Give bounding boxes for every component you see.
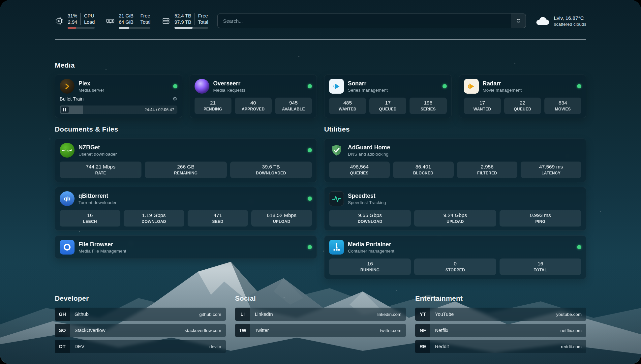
qbittorrent-icon: qb bbox=[60, 191, 75, 206]
bookmark-url: linkedin.com bbox=[377, 312, 401, 317]
service-description: Series management bbox=[348, 88, 388, 93]
overseerr-card[interactable]: Overseerr Media Requests 21 PENDING 40 A… bbox=[190, 75, 317, 118]
portainer-icon bbox=[329, 240, 344, 255]
bookmark-abbr: NF bbox=[415, 324, 430, 337]
bookmark-url: github.com bbox=[199, 312, 221, 317]
nzbget-card[interactable]: nzbget NZBGet Usenet downloader 744.21 M… bbox=[55, 138, 317, 182]
qbittorrent-card[interactable]: qb qBittorrent Torrent downloader 16 LEE… bbox=[55, 187, 317, 231]
weather-location-temp: Lviv, 16.87°C bbox=[554, 15, 586, 22]
stat-upload: 9.24 Gbps UPLOAD bbox=[414, 210, 496, 227]
service-name: Sonarr bbox=[348, 80, 388, 87]
pause-button[interactable] bbox=[61, 106, 69, 113]
stat-rate: 744.21 Mbps RATE bbox=[60, 162, 141, 178]
status-dot-online bbox=[443, 84, 447, 88]
disk-bar-track bbox=[174, 27, 208, 29]
overseerr-icon bbox=[195, 79, 209, 94]
bookmark-group-developer: Developer GH Github github.com SO StackO… bbox=[55, 294, 226, 353]
radarr-icon bbox=[464, 79, 479, 94]
stat-blocked: 86,401 BLOCKED bbox=[393, 162, 454, 178]
stat-stopped: 0 STOPPED bbox=[414, 258, 496, 275]
memory-icon bbox=[106, 16, 115, 25]
bookmark-name: Netflix bbox=[435, 328, 448, 333]
bookmark-name: YouTube bbox=[435, 312, 454, 317]
service-name: File Browser bbox=[78, 241, 126, 248]
header: 31% 2.94 CPU Load bbox=[55, 11, 586, 30]
memory-free-label: Free bbox=[140, 13, 151, 19]
service-description: Torrent downloader bbox=[78, 200, 117, 205]
service-description: Usenet downloader bbox=[78, 152, 117, 157]
cpu-label: CPU bbox=[84, 13, 95, 19]
adguard-card[interactable]: AdGuard Home DNS and adblocking 498,564 … bbox=[324, 138, 586, 182]
memory-total: 64 GiB bbox=[119, 19, 133, 25]
bookmark-url: youtube.com bbox=[556, 312, 582, 317]
portainer-card[interactable]: Media Portainer Container management 16 … bbox=[324, 235, 586, 279]
service-name: Radarr bbox=[483, 80, 522, 87]
social-section-title: Social bbox=[235, 294, 406, 302]
stat-leech: 16 LEECH bbox=[60, 210, 120, 227]
section-documents-files: Documents & Files nzbget NZBGet Usenet d… bbox=[55, 125, 317, 279]
header-divider bbox=[55, 39, 586, 40]
filebrowser-card[interactable]: File Browser Media File Management bbox=[55, 235, 317, 259]
bookmark-name: StackOverflow bbox=[75, 328, 105, 333]
bookmark-url: netflix.com bbox=[560, 328, 582, 333]
stat-ping: 0.993 ms PING bbox=[500, 210, 581, 227]
bookmark-name: LinkedIn bbox=[255, 312, 273, 317]
playback-progress-bar[interactable]: 24:44 / 02:06:47 bbox=[60, 106, 177, 114]
status-dot-online bbox=[308, 197, 312, 201]
bookmark-netflix[interactable]: NF Netflix netflix.com bbox=[415, 324, 586, 337]
sonarr-card[interactable]: Sonarr Series management 485 WANTED 17 Q… bbox=[324, 75, 452, 118]
stat-download: 9.65 Gbps DOWNLOAD bbox=[329, 210, 411, 227]
dashboard-screen: 31% 2.94 CPU Load bbox=[0, 0, 641, 364]
bookmark-dev[interactable]: DT DEV dev.to bbox=[55, 340, 226, 353]
bookmark-name: Twitter bbox=[255, 328, 269, 333]
stat-total: 16 TOTAL bbox=[500, 258, 581, 275]
bookmark-url: reddit.com bbox=[561, 344, 582, 349]
stat-queued: 17 QUEUED bbox=[369, 98, 406, 114]
snow-particles bbox=[0, 0, 1, 1]
status-dot-online bbox=[308, 148, 312, 152]
service-name: Speedtest bbox=[348, 193, 386, 199]
bookmark-github[interactable]: GH Github github.com bbox=[55, 308, 226, 321]
service-description: Media Requests bbox=[213, 88, 246, 93]
section-utilities: Utilities AdGuard Home DNS and bbox=[324, 125, 586, 279]
stat-queries: 498,564 QUERIES bbox=[329, 162, 390, 178]
search-input[interactable] bbox=[217, 14, 526, 28]
stat-movies: 834 MOVIES bbox=[544, 98, 581, 114]
nzbget-icon: nzbget bbox=[60, 143, 75, 158]
stat-pending: 21 PENDING bbox=[195, 98, 231, 114]
bookmark-twitter[interactable]: TW Twitter twitter.com bbox=[235, 324, 406, 337]
status-dot-online bbox=[577, 245, 581, 249]
now-playing-title: Bullet Train bbox=[60, 96, 84, 102]
bookmark-name: Github bbox=[75, 312, 89, 317]
documents-section-title: Documents & Files bbox=[55, 125, 317, 133]
bookmark-linkedin[interactable]: LI LinkedIn linkedin.com bbox=[235, 308, 406, 321]
service-description: Media server bbox=[78, 88, 104, 93]
service-name: AdGuard Home bbox=[348, 144, 390, 151]
stat-filtered: 2,956 FILTERED bbox=[457, 162, 518, 178]
stat-downloaded: 39.6 TB DOWNLOADED bbox=[230, 162, 312, 178]
weather-condition: scattered clouds bbox=[554, 22, 586, 27]
adguard-shield-icon bbox=[329, 143, 344, 158]
status-dot-online bbox=[173, 84, 177, 88]
bookmark-reddit[interactable]: RE Reddit reddit.com bbox=[415, 340, 586, 353]
disk-total: 97.9 TB bbox=[174, 19, 191, 25]
cpu-icon bbox=[55, 16, 64, 25]
search-engine-button[interactable]: G bbox=[511, 14, 526, 28]
cpu-percent: 31% bbox=[68, 13, 77, 19]
stat-download: 1.19 Gbps DOWNLOAD bbox=[124, 210, 184, 227]
filebrowser-icon bbox=[60, 240, 75, 255]
stat-seed: 471 SEED bbox=[188, 210, 248, 227]
bookmark-youtube[interactable]: YT YouTube youtube.com bbox=[415, 308, 586, 321]
disk-widget: 52.4 TB 97.9 TB Free Total bbox=[162, 13, 208, 29]
entertainment-section-title: Entertainment bbox=[415, 294, 586, 302]
bookmark-group-social: Social LI LinkedIn linkedin.com TW Twitt… bbox=[235, 294, 406, 353]
service-description: Container management bbox=[348, 249, 394, 254]
speedtest-card[interactable]: Speedtest Speedtest Tracking 9.65 Gbps D… bbox=[324, 187, 586, 231]
plex-card[interactable]: Plex Media server Bullet Train ⚙ 24:44 /… bbox=[55, 75, 182, 118]
radarr-card[interactable]: Radarr Movie management 17 WANTED 22 QUE… bbox=[459, 75, 587, 118]
section-media: Media Plex Media server Bullet bbox=[55, 61, 586, 118]
stat-queued: 22 QUEUED bbox=[504, 98, 541, 114]
settings-gear-icon[interactable]: ⚙ bbox=[172, 96, 177, 102]
bookmark-stackoverflow[interactable]: SO StackOverflow stackoverflow.com bbox=[55, 324, 226, 337]
bookmark-abbr: YT bbox=[415, 308, 430, 321]
